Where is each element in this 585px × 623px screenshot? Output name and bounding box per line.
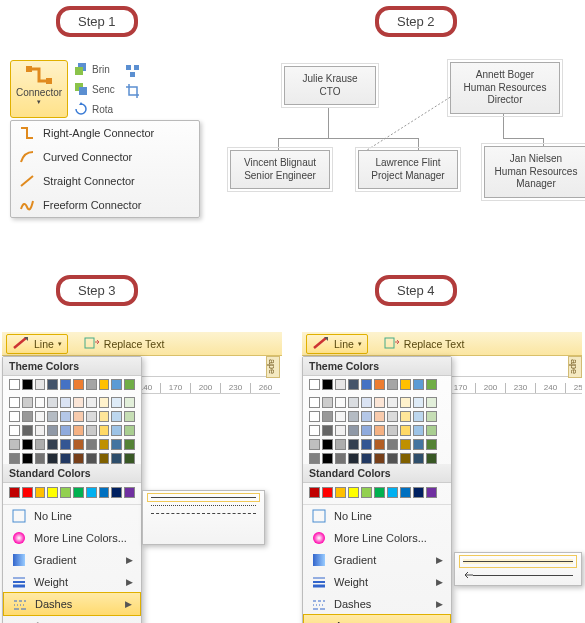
color-swatch[interactable] bbox=[47, 453, 58, 464]
dash-dashdot[interactable] bbox=[151, 521, 256, 522]
more-colors-item[interactable]: More Line Colors... bbox=[3, 527, 141, 549]
color-swatch[interactable] bbox=[111, 425, 122, 436]
bring-forward-button[interactable]: Brin bbox=[74, 60, 115, 78]
color-swatch[interactable] bbox=[35, 379, 46, 390]
color-swatch[interactable] bbox=[387, 439, 398, 450]
color-swatch[interactable] bbox=[348, 487, 359, 498]
color-swatch[interactable] bbox=[348, 397, 359, 408]
color-swatch[interactable] bbox=[124, 425, 135, 436]
color-swatch[interactable] bbox=[111, 487, 122, 498]
color-swatch[interactable] bbox=[426, 439, 437, 450]
color-swatch[interactable] bbox=[387, 411, 398, 422]
color-swatch[interactable] bbox=[322, 453, 333, 464]
color-swatch[interactable] bbox=[99, 397, 110, 408]
color-swatch[interactable] bbox=[309, 411, 320, 422]
color-swatch[interactable] bbox=[99, 411, 110, 422]
dash-longdashdotdot[interactable] bbox=[151, 537, 256, 538]
color-swatch[interactable] bbox=[348, 411, 359, 422]
color-swatch[interactable] bbox=[60, 411, 71, 422]
color-swatch[interactable] bbox=[374, 425, 385, 436]
arrow-left[interactable] bbox=[463, 571, 573, 579]
color-swatch[interactable] bbox=[35, 453, 46, 464]
color-swatch[interactable] bbox=[361, 397, 372, 408]
color-swatch[interactable] bbox=[99, 453, 110, 464]
color-swatch[interactable] bbox=[60, 425, 71, 436]
color-swatch[interactable] bbox=[335, 439, 346, 450]
color-swatch[interactable] bbox=[426, 411, 437, 422]
color-swatch[interactable] bbox=[86, 397, 97, 408]
color-swatch[interactable] bbox=[426, 453, 437, 464]
color-swatch[interactable] bbox=[413, 439, 424, 450]
color-swatch[interactable] bbox=[335, 397, 346, 408]
color-swatch[interactable] bbox=[400, 453, 411, 464]
color-swatch[interactable] bbox=[374, 411, 385, 422]
color-swatch[interactable] bbox=[387, 379, 398, 390]
color-swatch[interactable] bbox=[309, 439, 320, 450]
color-swatch[interactable] bbox=[335, 425, 346, 436]
color-swatch[interactable] bbox=[111, 453, 122, 464]
replace-text-button[interactable]: Replace Text bbox=[78, 334, 171, 354]
org-box-cto[interactable]: Julie Krause CTO bbox=[284, 66, 376, 105]
color-swatch[interactable] bbox=[374, 487, 385, 498]
no-line-item[interactable]: No Line bbox=[303, 505, 451, 527]
color-swatch[interactable] bbox=[60, 487, 71, 498]
color-swatch[interactable] bbox=[99, 487, 110, 498]
color-swatch[interactable] bbox=[387, 425, 398, 436]
color-swatch[interactable] bbox=[124, 411, 135, 422]
color-swatch[interactable] bbox=[73, 487, 84, 498]
color-swatch[interactable] bbox=[335, 487, 346, 498]
color-swatch[interactable] bbox=[22, 397, 33, 408]
color-swatch[interactable] bbox=[348, 453, 359, 464]
color-swatch[interactable] bbox=[335, 411, 346, 422]
dash-solid[interactable] bbox=[151, 497, 256, 498]
arrows-item[interactable]: Arrows▶ bbox=[303, 614, 451, 623]
rotate-button[interactable]: Rota bbox=[74, 100, 115, 118]
color-swatch[interactable] bbox=[361, 379, 372, 390]
color-swatch[interactable] bbox=[413, 397, 424, 408]
color-swatch[interactable] bbox=[47, 411, 58, 422]
color-swatch[interactable] bbox=[22, 487, 33, 498]
color-swatch[interactable] bbox=[322, 411, 333, 422]
color-swatch[interactable] bbox=[60, 453, 71, 464]
color-swatch[interactable] bbox=[361, 453, 372, 464]
connector-button[interactable]: Connector ▾ bbox=[10, 60, 68, 118]
color-swatch[interactable] bbox=[22, 379, 33, 390]
color-swatch[interactable] bbox=[400, 379, 411, 390]
color-swatch[interactable] bbox=[73, 397, 84, 408]
org-box-hr-manager[interactable]: Jan Nielsen Human Resources Manager bbox=[484, 146, 585, 198]
color-swatch[interactable] bbox=[73, 411, 84, 422]
arrow-none[interactable] bbox=[463, 559, 573, 564]
color-swatch[interactable] bbox=[124, 487, 135, 498]
color-swatch[interactable] bbox=[22, 411, 33, 422]
color-swatch[interactable] bbox=[86, 439, 97, 450]
color-swatch[interactable] bbox=[47, 439, 58, 450]
replace-text-button[interactable]: Replace Text bbox=[378, 334, 471, 354]
gradient-item[interactable]: Gradient▶ bbox=[303, 549, 451, 571]
dashes-item[interactable]: Dashes▶ bbox=[3, 592, 141, 616]
color-swatch[interactable] bbox=[22, 453, 33, 464]
more-colors-item[interactable]: More Line Colors... bbox=[303, 527, 451, 549]
color-swatch[interactable] bbox=[322, 439, 333, 450]
color-swatch[interactable] bbox=[9, 487, 20, 498]
color-swatch[interactable] bbox=[9, 453, 20, 464]
org-box-hr-director[interactable]: Annett Boger Human Resources Director bbox=[450, 62, 560, 114]
color-swatch[interactable] bbox=[335, 379, 346, 390]
line-dropdown-button[interactable]: Line ▾ bbox=[6, 334, 68, 354]
color-swatch[interactable] bbox=[47, 487, 58, 498]
color-swatch[interactable] bbox=[426, 487, 437, 498]
color-swatch[interactable] bbox=[124, 439, 135, 450]
color-swatch[interactable] bbox=[86, 379, 97, 390]
color-swatch[interactable] bbox=[73, 439, 84, 450]
color-swatch[interactable] bbox=[374, 397, 385, 408]
color-swatch[interactable] bbox=[348, 439, 359, 450]
gradient-item[interactable]: Gradient▶ bbox=[3, 549, 141, 571]
color-swatch[interactable] bbox=[322, 397, 333, 408]
color-swatch[interactable] bbox=[86, 487, 97, 498]
color-swatch[interactable] bbox=[111, 439, 122, 450]
color-swatch[interactable] bbox=[361, 439, 372, 450]
color-swatch[interactable] bbox=[9, 379, 20, 390]
color-swatch[interactable] bbox=[73, 425, 84, 436]
color-swatch[interactable] bbox=[309, 453, 320, 464]
color-swatch[interactable] bbox=[309, 379, 320, 390]
color-swatch[interactable] bbox=[413, 453, 424, 464]
